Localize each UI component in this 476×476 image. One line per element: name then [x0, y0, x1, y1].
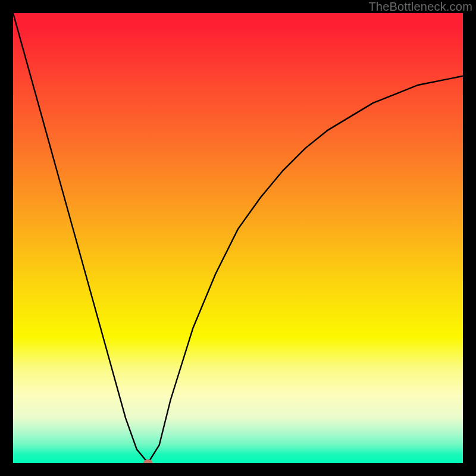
bottleneck-curve	[13, 13, 463, 463]
plot-area	[13, 13, 463, 463]
watermark-text: TheBottleneck.com	[368, 0, 472, 14]
chart-frame: TheBottleneck.com	[0, 0, 476, 476]
